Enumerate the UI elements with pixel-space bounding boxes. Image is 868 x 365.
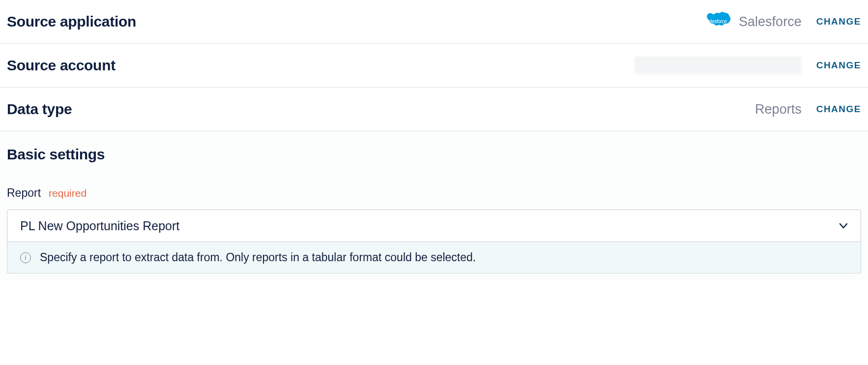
change-source-account-button[interactable]: CHANGE	[816, 58, 861, 73]
section-source-application: Source application salesforce Salesforce…	[0, 0, 868, 44]
right-group: salesforce Salesforce CHANGE	[701, 11, 861, 32]
right-group: CHANGE	[635, 57, 861, 74]
source-application-value: Salesforce	[739, 14, 802, 30]
chevron-down-icon	[839, 221, 848, 230]
report-select[interactable]: PL New Opportunities Report	[7, 210, 861, 242]
source-application-value-group: salesforce Salesforce	[701, 11, 802, 32]
report-field-label: Report	[7, 186, 41, 200]
section-title-basic-settings: Basic settings	[7, 146, 861, 163]
section-row: Source application salesforce Salesforce…	[7, 0, 861, 43]
section-basic-settings: Basic settings Report required PL New Op…	[0, 131, 868, 280]
section-source-account: Source account CHANGE	[0, 44, 868, 88]
section-row: Source account CHANGE	[7, 44, 861, 87]
section-data-type: Data type Reports CHANGE	[0, 88, 868, 131]
info-icon: i	[20, 252, 31, 263]
section-title-source-account: Source account	[7, 57, 116, 74]
right-group: Reports CHANGE	[755, 102, 861, 117]
section-row: Data type Reports CHANGE	[7, 88, 861, 131]
report-select-value: PL New Opportunities Report	[20, 219, 179, 233]
salesforce-logo-text: salesforce	[705, 19, 727, 24]
source-account-value-redacted	[635, 57, 802, 74]
required-tag: required	[49, 187, 87, 199]
data-type-value: Reports	[755, 102, 802, 117]
section-title-source-application: Source application	[7, 13, 136, 30]
report-help-box: i Specify a report to extract data from.…	[7, 242, 861, 274]
change-source-application-button[interactable]: CHANGE	[816, 14, 861, 29]
report-help-text: Specify a report to extract data from. O…	[40, 251, 476, 264]
section-title-data-type: Data type	[7, 101, 72, 118]
change-data-type-button[interactable]: CHANGE	[816, 102, 861, 117]
report-field-label-row: Report required	[7, 186, 861, 200]
salesforce-logo-icon: salesforce	[701, 11, 731, 32]
